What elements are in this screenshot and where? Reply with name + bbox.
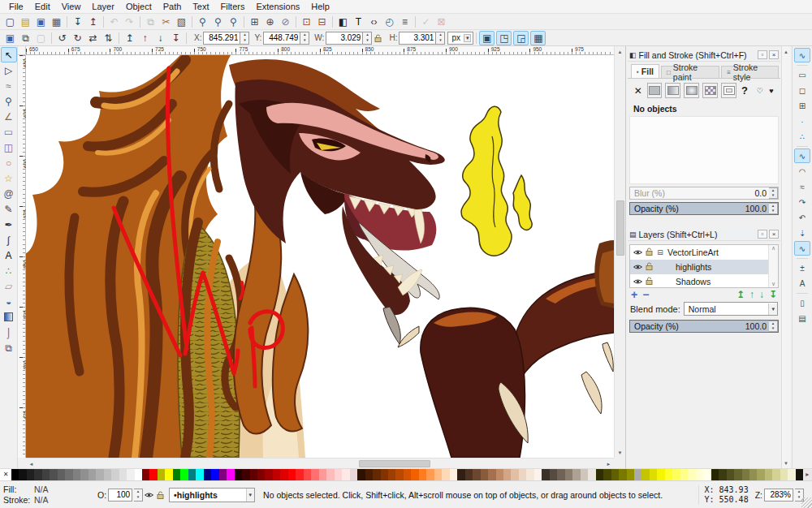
panel-close-button[interactable]: × <box>769 50 779 59</box>
h-input[interactable] <box>399 32 436 45</box>
palette-swatch[interactable] <box>365 469 373 480</box>
layer-list-scrollbar[interactable]: ∧∨ <box>768 245 778 287</box>
panel-close-button[interactable]: × <box>769 230 779 239</box>
palette-swatch[interactable] <box>311 469 318 480</box>
palette-swatch[interactable] <box>411 469 418 480</box>
snap-bbox-centers-icon[interactable]: ∴ <box>794 129 810 144</box>
palette-swatch[interactable] <box>665 469 672 480</box>
palette-swatch[interactable] <box>542 469 549 480</box>
snap-rotation-centers-icon[interactable]: ± <box>794 260 810 275</box>
snap-bbox-icon[interactable]: ▭ <box>794 67 810 82</box>
dock-scroll-up-arrow[interactable]: ▲ <box>782 46 790 57</box>
close-view-icon[interactable]: ⊠ <box>434 15 449 29</box>
flip-horizontal-icon[interactable]: ⇄ <box>85 31 101 45</box>
duplicate-icon[interactable]: ⊞ <box>247 15 262 29</box>
menu-filters[interactable]: Filters <box>215 1 251 12</box>
text-tool-icon[interactable]: A <box>1 248 17 263</box>
layer-opacity-slider[interactable]: Opacity (%) 100.0 ▴▾ <box>629 320 779 333</box>
palette-swatch[interactable] <box>326 469 334 480</box>
spiral-tool-icon[interactable]: @ <box>1 186 17 201</box>
palette-swatch[interactable] <box>719 469 726 480</box>
palette-swatch[interactable] <box>611 469 619 480</box>
rectangle-tool-icon[interactable]: ▭ <box>1 124 17 140</box>
palette-swatch[interactable] <box>211 469 218 480</box>
palette-swatch[interactable] <box>119 469 127 480</box>
rotate-ccw-icon[interactable]: ↺ <box>54 31 70 45</box>
snap-object-midpoints-icon[interactable]: ∿ <box>794 241 810 256</box>
tab-stroke-style[interactable]: ≡Stroke style <box>721 66 779 78</box>
palette-swatch[interactable] <box>496 469 503 480</box>
dock-scroll-down-arrow[interactable]: ▼ <box>782 458 790 468</box>
open-folder-icon[interactable]: ▤ <box>18 15 33 29</box>
raise-icon[interactable]: ↑ <box>137 31 153 45</box>
panel-collapse-button[interactable]: ▫ <box>758 50 767 59</box>
palette-swatch[interactable] <box>450 469 457 480</box>
export-icon[interactable]: ↥ <box>85 15 101 29</box>
fill-stroke-indicator[interactable]: Fill:N/A Stroke:N/A <box>0 484 97 506</box>
zoom-drawing-icon[interactable]: ⚲ <box>195 15 210 29</box>
resize-grip[interactable] <box>801 497 812 508</box>
palette-swatch[interactable] <box>727 469 734 480</box>
palette-swatch[interactable] <box>219 469 227 480</box>
scroll-up-arrow[interactable]: ▲ <box>615 46 625 57</box>
redo-icon[interactable]: ↷ <box>122 15 137 29</box>
snap-bbox-edges-icon[interactable]: ◻ <box>794 83 810 97</box>
palette-swatch[interactable] <box>204 469 211 480</box>
palette-swatch[interactable] <box>657 469 664 480</box>
snap-bbox-corners-icon[interactable]: ⊞ <box>794 98 810 113</box>
tab-fill[interactable]: ▪Fill <box>631 64 659 78</box>
palette-swatch[interactable] <box>373 469 380 480</box>
layer-expander-icon[interactable]: ⊟ <box>656 248 664 256</box>
palette-swatch[interactable] <box>111 469 119 480</box>
current-layer-select[interactable]: •highlights▾ <box>169 488 255 502</box>
linear-gradient-button[interactable] <box>665 83 680 98</box>
layer-lower-button[interactable]: ↓ <box>759 291 764 299</box>
pattern-button[interactable] <box>702 83 718 98</box>
palette-swatch[interactable] <box>581 469 588 480</box>
palette-swatch[interactable] <box>257 469 265 480</box>
snap-grids-icon[interactable]: ▤ <box>794 311 810 325</box>
palette-swatch[interactable] <box>319 469 326 480</box>
gradient-tool-icon[interactable] <box>1 309 17 325</box>
palette-swatch[interactable] <box>749 469 757 480</box>
canvas[interactable] <box>26 55 614 458</box>
panel-collapse-button[interactable]: ▫ <box>758 230 767 239</box>
palette-swatch[interactable] <box>603 469 611 480</box>
snap-cusp-nodes-icon[interactable]: ↷ <box>794 195 810 209</box>
layer-opacity-spinner[interactable]: ▴▾ <box>769 321 778 332</box>
palette-swatch[interactable] <box>703 469 710 480</box>
palette-swatch[interactable] <box>711 469 719 480</box>
layer-lock-icon[interactable] <box>646 262 653 272</box>
menu-extensions[interactable]: Extensions <box>250 1 305 12</box>
palette-swatch[interactable] <box>519 469 526 480</box>
remove-layer-button[interactable]: − <box>642 291 649 299</box>
palette-swatch[interactable] <box>442 469 449 480</box>
palette-swatch[interactable] <box>457 469 464 480</box>
new-document-icon[interactable]: ▢ <box>2 15 18 29</box>
unit-select[interactable]: px▾ <box>447 32 473 45</box>
measure-tool-icon[interactable]: ∠ <box>1 109 17 124</box>
snap-paths-icon[interactable]: ◠ <box>794 164 810 179</box>
palette-swatch[interactable] <box>488 469 495 480</box>
palette-swatch[interactable] <box>142 469 149 480</box>
horizontal-scroll-thumb[interactable] <box>359 460 430 467</box>
rotate-cw-icon[interactable]: ↻ <box>70 31 85 45</box>
canvas-vertical-scrollbar[interactable]: ▲ ▼ <box>614 46 625 458</box>
fill-stroke-dialog-icon[interactable]: ◧ <box>335 15 351 29</box>
layer-raise-button[interactable]: ↑ <box>749 291 754 299</box>
layers-panel-titlebar[interactable]: ▤ Layers (Shift+Ctrl+L) ▫ × <box>628 228 780 241</box>
palette-swatch[interactable] <box>419 469 426 480</box>
flat-color-button[interactable] <box>647 83 663 98</box>
palette-swatch[interactable] <box>503 469 511 480</box>
copy-icon[interactable]: ⧉ <box>143 15 158 29</box>
palette-swatch[interactable] <box>188 469 196 480</box>
snap-nodes-icon[interactable]: ∿ <box>794 149 810 163</box>
star-tool-icon[interactable]: ☆ <box>1 170 17 186</box>
palette-swatch[interactable] <box>304 469 311 480</box>
palette-swatch[interactable] <box>511 469 518 480</box>
lock-ratio-icon[interactable] <box>374 34 382 42</box>
vertical-ruler[interactable]: 650625600575550525500475 <box>18 55 26 458</box>
palette-swatch[interactable] <box>734 469 741 480</box>
palette-swatch[interactable] <box>381 469 388 480</box>
palette-swatch[interactable] <box>288 469 296 480</box>
